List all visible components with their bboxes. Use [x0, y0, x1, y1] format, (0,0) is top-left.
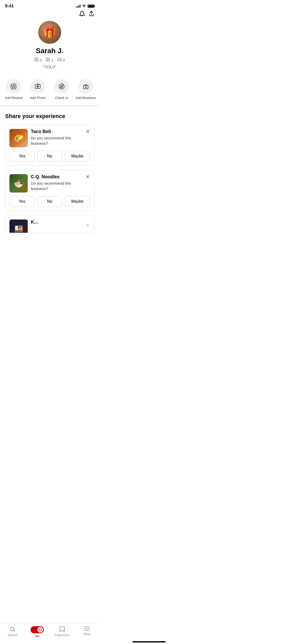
- cq-noodles-yes-button[interactable]: Yes: [9, 196, 35, 207]
- third-card-name: K...: [31, 219, 90, 225]
- profile-stats: 0 1 0: [34, 57, 65, 63]
- add-review-button[interactable]: Add Review: [3, 79, 25, 100]
- add-photo-icon: [30, 79, 45, 94]
- taco-bell-no-button[interactable]: No: [37, 151, 62, 162]
- check-in-icon: [54, 79, 69, 94]
- taco-bell-card: 🌮 Taco Bell Do you recommend this busine…: [5, 125, 94, 166]
- avatar: [38, 21, 61, 44]
- cq-noodles-info: C.Q. Noodles Do you recommend this busin…: [31, 174, 83, 191]
- taco-bell-question: Do you recommend this business?: [31, 135, 83, 146]
- svg-rect-4: [58, 58, 61, 61]
- expand-chevron-icon: ⌄: [86, 221, 90, 227]
- taco-bell-thumbnail: 🌮: [9, 129, 28, 147]
- taco-bell-maybe-button[interactable]: Maybe: [65, 151, 90, 162]
- third-card-info: K...: [31, 219, 90, 226]
- taco-bell-actions: Yes No Maybe: [9, 151, 90, 162]
- add-business-button[interactable]: Add Business: [75, 79, 97, 100]
- svg-point-10: [39, 85, 39, 85]
- photo-icon: [58, 57, 62, 63]
- notification-button[interactable]: [79, 11, 85, 18]
- cq-noodles-no-button[interactable]: No: [37, 196, 62, 207]
- taco-bell-info: Taco Bell Do you recommend this business…: [31, 129, 83, 146]
- cq-noodles-image: 🍜: [9, 174, 28, 193]
- battery-icon: [88, 5, 94, 8]
- action-buttons-row: Add Review Add Photo Check In Add Busine…: [0, 74, 99, 105]
- cq-card-header: 🍜 C.Q. Noodles Do you recommend this bus…: [9, 174, 90, 193]
- star-icon: [46, 57, 50, 63]
- status-time: 9:41: [5, 4, 14, 9]
- third-card-thumbnail: 🍱: [9, 219, 28, 233]
- card-header: 🌮 Taco Bell Do you recommend this busine…: [9, 129, 90, 147]
- taco-bell-name: Taco Bell: [31, 129, 83, 134]
- share-title: Share your experience: [5, 113, 94, 120]
- profile-name: Sarah J.: [36, 47, 64, 55]
- add-photo-button[interactable]: Add Photo: [27, 79, 49, 100]
- stat-reviews: 0: [34, 57, 42, 63]
- third-card-partial: 🍱 K... ⌄: [5, 215, 94, 233]
- person-icon: [34, 57, 38, 63]
- taco-bell-yes-button[interactable]: Yes: [9, 151, 35, 162]
- taco-bell-image: 🌮: [9, 129, 28, 147]
- cq-noodles-question: Do you recommend this business?: [31, 181, 83, 191]
- stat-photos: 0: [58, 57, 65, 63]
- add-review-icon: [6, 79, 21, 94]
- svg-point-1: [36, 58, 37, 60]
- section-divider: [0, 105, 99, 107]
- cq-noodles-close-button[interactable]: ✕: [86, 174, 90, 179]
- svg-point-5: [60, 59, 61, 59]
- svg-marker-3: [47, 58, 49, 61]
- cq-noodles-name: C.Q. Noodles: [31, 174, 83, 180]
- third-card-header: 🍱 K... ⌄: [9, 219, 90, 233]
- profile-bio: "YOLO": [43, 65, 56, 69]
- svg-marker-7: [12, 85, 15, 88]
- wifi-icon: [82, 4, 86, 8]
- cq-noodles-actions: Yes No Maybe: [9, 196, 90, 207]
- add-business-icon: [78, 79, 93, 94]
- share-button[interactable]: [89, 11, 94, 18]
- check-in-label: Check In: [55, 96, 68, 100]
- status-icons: [76, 4, 94, 8]
- cq-noodles-maybe-button[interactable]: Maybe: [65, 196, 90, 207]
- profile-section: Sarah J. 0 1 0 "YOLO": [0, 21, 99, 74]
- check-in-button[interactable]: Check In: [51, 79, 73, 100]
- add-photo-label: Add Photo: [30, 96, 45, 100]
- cq-noodles-card: 🍜 C.Q. Noodles Do you recommend this bus…: [5, 170, 94, 211]
- cq-noodles-thumbnail: 🍜: [9, 174, 28, 193]
- header-actions: [0, 11, 99, 21]
- share-experience-section: Share your experience 🌮 Taco Bell Do you…: [0, 107, 99, 238]
- taco-bell-close-button[interactable]: ✕: [86, 129, 90, 134]
- status-bar: 9:41: [0, 0, 99, 11]
- add-review-label: Add Review: [5, 96, 22, 100]
- stat-stars: 1: [46, 57, 53, 63]
- third-card-image: 🍱: [9, 219, 28, 233]
- signal-icon: [76, 5, 80, 8]
- add-business-label: Add Business: [76, 96, 96, 100]
